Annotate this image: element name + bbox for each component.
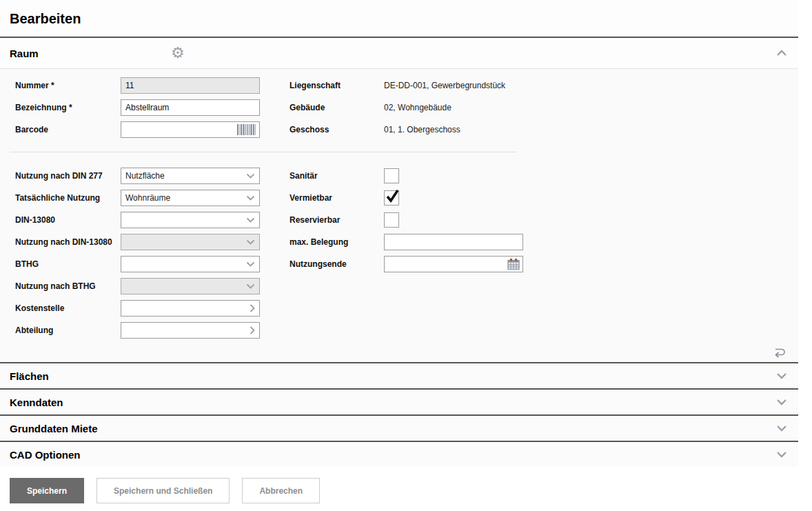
field-label: Nutzungsende: [290, 259, 384, 269]
selected-value: Nutzfläche: [125, 171, 165, 181]
field-label: Nummer *: [15, 81, 121, 90]
chevron-down-icon: [246, 195, 255, 201]
chevron-down-icon: [776, 425, 787, 432]
nutzungsende-input[interactable]: [384, 256, 523, 272]
divider: [10, 152, 517, 152]
action-bar: Speichern Speichern und Schließen Abbrec…: [10, 478, 798, 503]
field-label: Vermietbar: [290, 193, 384, 203]
chevron-right-icon[interactable]: [250, 304, 255, 313]
bthg-select[interactable]: [121, 256, 260, 272]
geschoss-value: 01, 1. Obergeschoss: [384, 125, 460, 134]
form-row: Bezeichnung *: [15, 97, 290, 119]
gebaeude-value: 02, Wohngebäude: [384, 103, 451, 112]
form-row: BTHG: [15, 253, 290, 275]
form-group-identification: Nummer * Bezeichnung * Barcode: [15, 74, 798, 141]
chevron-up-icon: [776, 48, 787, 59]
field-label: Liegenschaft: [290, 81, 384, 90]
field-label: max. Belegung: [290, 237, 384, 247]
form-row: Nutzung nach DIN-13080: [15, 231, 290, 253]
form-group-usage: Nutzung nach DIN 277 Nutzfläche Tatsächl…: [15, 165, 798, 341]
undo-changes-button[interactable]: [772, 346, 787, 358]
chevron-down-icon: [246, 261, 255, 267]
section-title: Raum: [10, 48, 39, 59]
form-row: Sanitär: [290, 165, 523, 187]
cancel-button[interactable]: Abbrechen: [242, 478, 320, 503]
section-header-raum: Raum ⚙: [0, 38, 798, 68]
form-row: DIN-13080: [15, 209, 290, 231]
form-row: Nutzung nach DIN 277 Nutzfläche: [15, 165, 290, 187]
bezeichnung-input[interactable]: [121, 99, 260, 116]
chevron-down-icon: [246, 283, 255, 289]
section-header-cad-optionen[interactable]: CAD Optionen: [0, 441, 798, 467]
calendar-icon[interactable]: [507, 259, 520, 270]
section-header-grunddaten-miete[interactable]: Grunddaten Miete: [0, 414, 798, 441]
field-label: Tatsächliche Nutzung: [15, 193, 121, 203]
section-title: Grunddaten Miete: [10, 423, 98, 434]
section-title: Flächen: [10, 370, 49, 382]
form-row: Nutzungsende: [290, 253, 523, 275]
undo-icon: [772, 350, 787, 360]
abteilung-input[interactable]: [121, 322, 260, 339]
nutzung-din13080-select: [121, 234, 260, 250]
liegenschaft-value: DE-DD-001, Gewerbegrundstück: [384, 81, 505, 90]
max-belegung-input[interactable]: [384, 234, 523, 250]
field-label: BTHG: [15, 259, 121, 269]
save-button[interactable]: Speichern: [10, 478, 84, 503]
chevron-down-icon: [776, 372, 787, 379]
page-title: Bearbeiten: [10, 11, 798, 27]
section-header-flaechen[interactable]: Flächen: [0, 362, 798, 388]
form-row: Barcode: [15, 119, 290, 141]
field-label: Kostenstelle: [15, 303, 121, 313]
nummer-input: [121, 77, 260, 94]
collapse-section-button[interactable]: [776, 50, 787, 57]
section-title: CAD Optionen: [10, 449, 81, 461]
selected-value: Wohnräume: [125, 193, 170, 203]
field-label: Abteilung: [15, 325, 121, 335]
chevron-down-icon: [246, 239, 255, 245]
page-header: Bearbeiten: [0, 0, 798, 37]
field-label: Barcode: [15, 125, 121, 134]
save-and-close-button[interactable]: Speichern und Schließen: [97, 478, 230, 503]
section-body-raum: Nummer * Bezeichnung * Barcode: [0, 68, 798, 362]
tatsaechliche-nutzung-select[interactable]: Wohnräume: [121, 190, 260, 206]
field-label: Bezeichnung *: [15, 103, 121, 112]
din13080-select[interactable]: [121, 212, 260, 228]
barcode-icon: [237, 124, 256, 135]
chevron-down-icon: [246, 173, 255, 179]
form-row: Abteilung: [15, 319, 290, 341]
info-row: Geschoss 01, 1. Obergeschoss: [290, 119, 505, 141]
form-row: Nutzung nach BTHG: [15, 275, 290, 297]
field-label: Nutzung nach DIN 277: [15, 171, 121, 181]
gear-icon[interactable]: ⚙: [171, 46, 185, 61]
vermietbar-checkbox[interactable]: [384, 190, 399, 206]
field-label: Nutzung nach DIN-13080: [15, 237, 121, 247]
form-row: Reservierbar: [290, 209, 523, 231]
reservierbar-checkbox[interactable]: [384, 212, 399, 228]
form-row: Tatsächliche Nutzung Wohnräume: [15, 187, 290, 209]
field-label: Reservierbar: [290, 215, 384, 225]
field-label: Nutzung nach BTHG: [15, 281, 121, 291]
field-label: Geschoss: [290, 125, 384, 134]
section-header-kenndaten[interactable]: Kenndaten: [0, 388, 798, 414]
form-row: Kostenstelle: [15, 297, 290, 319]
section-title: Kenndaten: [10, 397, 63, 408]
field-label: Sanitär: [290, 171, 384, 181]
sanitaer-checkbox[interactable]: [384, 168, 399, 183]
nutzung-bthg-select: [121, 278, 260, 294]
field-label: Gebäude: [290, 103, 384, 112]
form-row: Vermietbar: [290, 187, 523, 209]
chevron-down-icon: [776, 451, 787, 458]
info-row: Gebäude 02, Wohngebäude: [290, 97, 505, 119]
chevron-right-icon[interactable]: [250, 326, 255, 335]
chevron-down-icon: [776, 399, 787, 405]
kostenstelle-input[interactable]: [121, 300, 260, 317]
info-row: Liegenschaft DE-DD-001, Gewerbegrundstüc…: [290, 74, 505, 97]
form-row: max. Belegung: [290, 231, 523, 253]
edit-panel: Bearbeiten Raum ⚙ Nummer * Bezeichnung *: [0, 0, 798, 503]
chevron-down-icon: [246, 217, 255, 223]
form-row: Nummer *: [15, 74, 290, 97]
field-label: DIN-13080: [15, 215, 121, 225]
nutzung-din277-select[interactable]: Nutzfläche: [121, 168, 260, 184]
